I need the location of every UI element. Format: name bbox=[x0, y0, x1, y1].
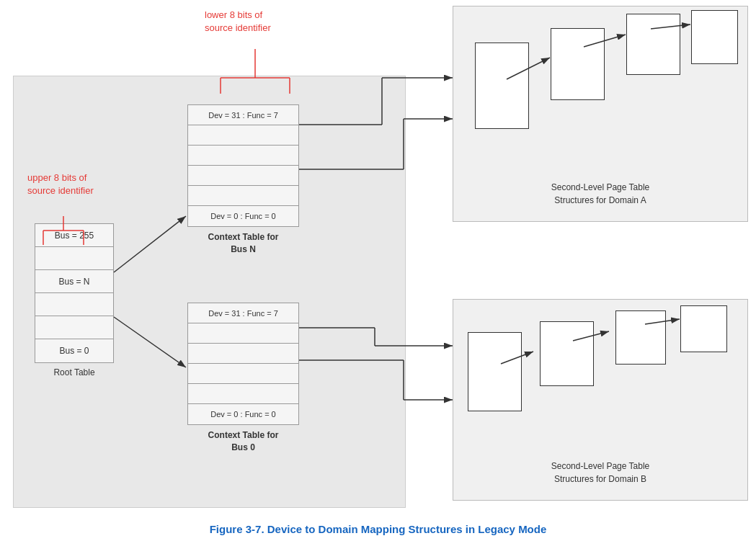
context-busN-top: Dev = 31 : Func = 7 bbox=[188, 105, 298, 125]
context-busN-label: Context Table for Bus N bbox=[187, 231, 299, 256]
root-row-empty3 bbox=[35, 316, 113, 339]
context-bus0-r5 bbox=[188, 384, 298, 404]
upper-bits-label: upper 8 bits of source identifier bbox=[27, 171, 94, 197]
context-busN-r2 bbox=[188, 125, 298, 146]
root-row-bus0: Bus = 0 bbox=[35, 339, 113, 362]
pt-box-b3 bbox=[615, 310, 666, 365]
domain-a-panel: Second-Level Page Table Structures for D… bbox=[453, 6, 748, 222]
pt-box-a4 bbox=[691, 10, 738, 64]
pt-box-b2 bbox=[540, 321, 594, 386]
context-bus0-label: Context Table for Bus 0 bbox=[187, 429, 299, 454]
root-row-bus255: Bus = 255 bbox=[35, 224, 113, 247]
domain-a-label: Second-Level Page Table Structures for D… bbox=[453, 181, 747, 207]
context-busN-r3 bbox=[188, 146, 298, 166]
context-rows-busN: Dev = 31 : Func = 7 Dev = 0 : Func = 0 bbox=[187, 104, 299, 227]
context-busN-r4 bbox=[188, 166, 298, 186]
context-busN-r5 bbox=[188, 186, 298, 206]
root-table-rows: Bus = 255 Bus = N Bus = 0 bbox=[35, 223, 114, 363]
root-row-busN: Bus = N bbox=[35, 270, 113, 293]
context-bus0-top: Dev = 31 : Func = 7 bbox=[188, 303, 298, 323]
pt-box-a1 bbox=[475, 43, 529, 129]
context-table-busN: Dev = 31 : Func = 7 Dev = 0 : Func = 0 C… bbox=[187, 104, 299, 256]
context-bus0-r2 bbox=[188, 323, 298, 344]
domain-b-panel: Second-Level Page Table Structures for D… bbox=[453, 299, 748, 501]
root-row-empty2 bbox=[35, 293, 113, 316]
pt-box-a3 bbox=[626, 14, 680, 75]
pt-box-b1 bbox=[468, 332, 522, 411]
main-container: lower 8 bits of source identifier upper … bbox=[0, 0, 756, 541]
context-busN-bot: Dev = 0 : Func = 0 bbox=[188, 206, 298, 226]
pt-box-a2 bbox=[551, 28, 605, 100]
root-table-label: Root Table bbox=[35, 367, 114, 377]
domain-b-label: Second-Level Page Table Structures for D… bbox=[453, 460, 747, 486]
lower-bits-label: lower 8 bits of source identifier bbox=[205, 9, 271, 35]
context-rows-bus0: Dev = 31 : Func = 7 Dev = 0 : Func = 0 bbox=[187, 303, 299, 425]
context-table-bus0: Dev = 31 : Func = 7 Dev = 0 : Func = 0 C… bbox=[187, 303, 299, 454]
figure-caption: Figure 3-7. Device to Domain Mapping Str… bbox=[0, 523, 756, 535]
root-row-empty1 bbox=[35, 247, 113, 270]
pt-box-b4 bbox=[680, 305, 727, 352]
context-bus0-r4 bbox=[188, 364, 298, 384]
context-bus0-r3 bbox=[188, 344, 298, 364]
context-bus0-bot: Dev = 0 : Func = 0 bbox=[188, 404, 298, 424]
root-table: Bus = 255 Bus = N Bus = 0 Root Table bbox=[35, 223, 114, 377]
